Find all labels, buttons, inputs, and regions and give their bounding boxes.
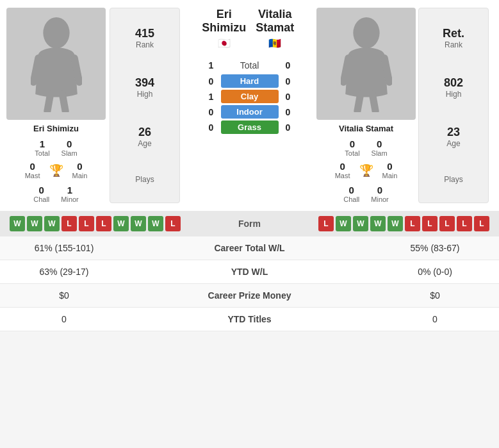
left-form-badge-1: W [27, 216, 42, 231]
svg-line-2 [74, 58, 79, 82]
left-player-photo: Eri Shimizu 1 Total 0 Slam 0 Mast [6, 8, 106, 203]
right-mast-stat: 0 Mast [335, 161, 350, 179]
left-form-badge-8: W [148, 216, 163, 231]
right-player-photo: Vitalia Stamat 0 Total 0 Slam 0 Mast [316, 8, 416, 203]
left-stats-row3: 0 Chall 1 Minor [33, 185, 79, 203]
total-left-score: 1 [202, 60, 221, 71]
left-form-badge-3: L [61, 216, 77, 231]
left-high-box: 394 High [135, 74, 154, 101]
total-right-score: 0 [279, 60, 298, 71]
svg-point-5 [353, 17, 379, 48]
right-high-box: 802 High [444, 74, 463, 101]
surface-left-1: 1 [202, 92, 221, 102]
stat-right-1: 0% (0-0) [371, 260, 499, 284]
right-form-badge-7: L [439, 216, 455, 231]
right-form-badge-2: W [353, 216, 368, 231]
stat-label-3: YTD Titles [128, 308, 371, 331]
surface-left-0: 0 [202, 76, 221, 87]
svg-line-7 [384, 58, 389, 82]
surface-left-3: 0 [202, 122, 221, 133]
left-form-badge-4: L [79, 216, 94, 231]
right-form-badge-1: W [336, 216, 351, 231]
left-form-badge-0: W [10, 216, 25, 231]
svg-line-3 [47, 94, 50, 110]
surface-badge-hard: Hard [221, 74, 279, 88]
svg-line-9 [372, 94, 375, 110]
right-form-badge-5: L [405, 216, 420, 231]
surface-row-indoor: 0 Indoor 0 [202, 105, 298, 119]
right-photo-box [316, 8, 416, 120]
stat-label-2: Career Prize Money [128, 284, 371, 308]
right-trophy-icon: 🏆 [359, 163, 373, 178]
stat-left-1: 63% (29-17) [0, 260, 128, 284]
right-form-badge-6: L [422, 216, 438, 231]
stat-right-2: $0 [371, 284, 499, 308]
right-main-stat: 0 Main [382, 161, 398, 179]
right-total-stat: 0 Total [345, 138, 359, 157]
right-plays-box: Plays [444, 172, 462, 187]
left-main-stat: 0 Main [72, 161, 88, 179]
left-form-badge-7: W [131, 216, 146, 231]
surface-row-clay: 1 Clay 0 [202, 90, 298, 103]
right-flag: 🇲🇩 [250, 37, 301, 49]
right-chall-stat: 0 Chall [343, 185, 359, 203]
surface-row-grass: 0 Grass 0 [202, 120, 298, 134]
right-form-badge-4: W [388, 216, 403, 231]
left-silhouette [31, 16, 82, 112]
surface-right-2: 0 [279, 107, 298, 117]
right-player-name: Vitalia Stamat [339, 124, 393, 133]
right-form-badge-8: L [457, 216, 472, 231]
total-label: Total [221, 60, 279, 71]
right-form-badge-0: L [318, 216, 334, 231]
surface-right-3: 0 [279, 122, 298, 133]
career-stats-table: 61% (155-101) Career Total W/L 55% (83-6… [0, 236, 499, 331]
right-slam-stat: 0 Slam [372, 138, 388, 157]
left-stats-row2: 0 Mast 🏆 0 Main [25, 161, 88, 179]
right-stats-row3: 0 Chall 0 Minor [343, 185, 389, 203]
total-row: 1 Total 0 [199, 60, 300, 71]
surface-badge-clay: Clay [221, 90, 279, 103]
surface-rows: 0 Hard 0 1 Clay 0 0 Indoor 0 0 Grass 0 [202, 72, 298, 136]
svg-line-8 [357, 94, 360, 110]
left-form-badges: WWWLLLWWWL [10, 216, 181, 231]
center-area: Eri Shimizu 🇯🇵 Vitalia Stamat 🇲🇩 1 Total… [199, 8, 300, 203]
left-mid-stats: 415 Rank 394 High 26 Age Plays [110, 8, 180, 203]
surface-badge-grass: Grass [221, 120, 279, 134]
left-chall-stat: 0 Chall [33, 185, 49, 203]
left-rank-box: 415 Rank [135, 24, 154, 52]
left-trophy-icon: 🏆 [49, 163, 63, 178]
stats-row-2: $0 Career Prize Money $0 [0, 284, 499, 308]
stats-row-3: 0 YTD Titles 0 [0, 308, 499, 331]
left-minor-stat: 1 Minor [61, 185, 79, 203]
right-mid-stats: Ret. Rank 802 High 23 Age Plays [418, 8, 489, 203]
svg-line-4 [62, 94, 65, 110]
left-total-stat: 1 Total [35, 138, 49, 157]
surface-right-1: 0 [279, 92, 298, 102]
form-section: WWWLLLWWWL Form LWWWWLLLLL [0, 211, 499, 236]
stats-row-1: 63% (29-17) YTD W/L 0% (0-0) [0, 260, 499, 284]
right-rank-box: Ret. Rank [443, 24, 464, 52]
left-mast-stat: 0 Mast [25, 161, 40, 179]
surface-left-2: 0 [202, 107, 221, 117]
stat-right-3: 0 [371, 308, 499, 331]
right-form-badges: LWWWWLLLLL [318, 216, 489, 231]
left-age-box: 26 Age [138, 123, 151, 151]
left-photo-box [6, 8, 106, 120]
center-left-name: Eri Shimizu 🇯🇵 [199, 8, 250, 54]
right-stats-row1: 0 Total 0 Slam [345, 138, 387, 157]
left-form-badge-2: W [44, 216, 60, 231]
stat-left-2: $0 [0, 284, 128, 308]
form-label: Form [238, 219, 261, 229]
surface-badge-indoor: Indoor [221, 105, 279, 119]
right-minor-stat: 0 Minor [371, 185, 389, 203]
left-form-badge-9: L [165, 216, 181, 231]
stat-right-0: 55% (83-67) [371, 236, 499, 260]
left-player-area: Eri Shimizu 1 Total 0 Slam 0 Mast [6, 8, 199, 203]
left-plays-box: Plays [135, 172, 154, 187]
left-form-badge-5: L [96, 216, 111, 231]
left-player-name: Eri Shimizu [33, 124, 79, 133]
stats-table-body: 61% (155-101) Career Total W/L 55% (83-6… [0, 236, 499, 331]
right-age-box: 23 Age [446, 123, 460, 151]
stat-label-0: Career Total W/L [128, 236, 371, 260]
stats-row-0: 61% (155-101) Career Total W/L 55% (83-6… [0, 236, 499, 260]
